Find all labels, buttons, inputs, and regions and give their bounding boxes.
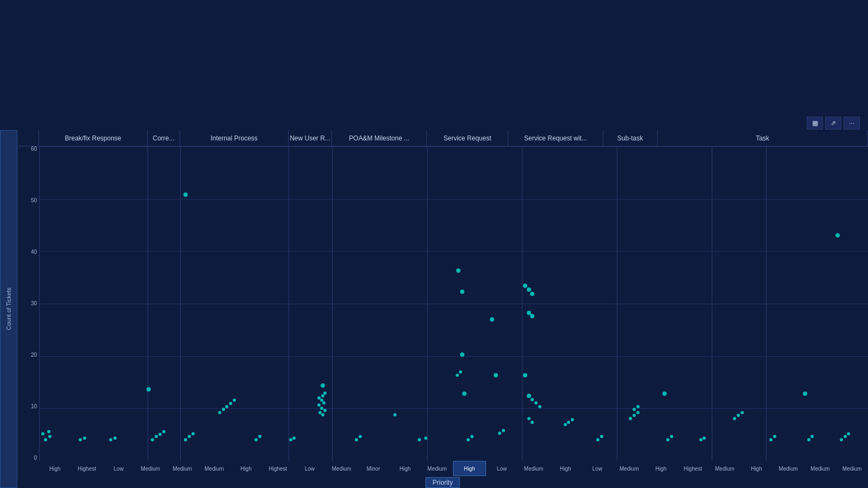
x-label-poam-low: Low (486, 461, 518, 476)
data-dot (847, 432, 850, 435)
v-line-0 (39, 146, 40, 461)
data-dot (289, 438, 292, 441)
x-label-poam-med: Medium (518, 461, 550, 476)
v-line-5 (427, 146, 427, 461)
data-dot (670, 435, 673, 438)
data-dot (470, 435, 474, 438)
data-dot (527, 417, 531, 420)
data-dot (844, 435, 847, 438)
x-label-st-high: High (741, 461, 773, 476)
v-line-9 (766, 146, 767, 461)
data-dot (534, 401, 538, 404)
data-dot (355, 438, 358, 441)
data-dot (803, 391, 807, 396)
data-dot (41, 432, 44, 435)
y-tick-60: 60 (17, 146, 37, 152)
data-dot (810, 435, 814, 438)
x-axis-title: Priority (425, 477, 459, 488)
more-button[interactable]: ··· (844, 117, 860, 130)
y-tick-20: 20 (17, 352, 37, 358)
grid-line-50 (39, 199, 868, 200)
filter-button[interactable]: ▦ (807, 117, 823, 130)
data-dot (44, 438, 47, 441)
grid-line-30 (39, 304, 868, 304)
data-dot (229, 402, 232, 405)
chart-container: Count of Tickets Break/fix Response Corr… (0, 130, 868, 488)
x-label-t-med2: Medium (836, 461, 868, 476)
data-dot (222, 408, 225, 411)
data-dot (733, 417, 736, 420)
col-header-poam: POA&M Milestone ... (332, 130, 427, 146)
y-tick-10: 10 (17, 404, 37, 409)
data-dot (600, 435, 603, 438)
data-dot (258, 435, 261, 438)
data-dot (636, 411, 640, 414)
data-dot (254, 438, 258, 441)
data-dot (498, 432, 501, 435)
v-line-6 (522, 146, 522, 461)
col-header-internal: Internal Process (180, 130, 289, 146)
data-dot (699, 438, 703, 441)
x-label-nu-med: Medium (421, 461, 453, 476)
x-label-ip-low: Low (294, 461, 326, 476)
data-dot (456, 268, 461, 273)
data-dot (79, 438, 82, 441)
data-dot (292, 436, 296, 440)
grid-line-10 (39, 408, 868, 409)
data-dot (424, 436, 427, 440)
y-axis-label[interactable]: Count of Tickets (0, 130, 17, 488)
y-tick-30: 30 (17, 301, 37, 306)
data-dot (317, 403, 321, 407)
data-dot (666, 438, 669, 441)
data-dot (462, 391, 467, 396)
data-dot (460, 352, 464, 357)
v-line-1 (148, 146, 148, 461)
data-dot (633, 414, 636, 417)
data-dot (527, 394, 531, 398)
x-label-poam-high: High (453, 461, 486, 476)
data-dot (146, 387, 151, 391)
data-dot (531, 398, 534, 401)
data-dot (155, 435, 158, 438)
toolbar: ▦ ⇗ ··· (807, 117, 860, 130)
data-dot (188, 435, 191, 438)
data-dot (530, 314, 534, 318)
x-axis-container: High Highest Low Medium Medium Medium Hi… (17, 461, 868, 488)
x-label-bf-low: Low (103, 461, 135, 476)
col-header-newuser: New User R... (289, 130, 332, 146)
data-dot (633, 408, 636, 411)
x-label-bf-highest: Highest (71, 461, 103, 476)
data-dot (530, 292, 534, 296)
data-dot (523, 373, 527, 377)
data-dot (158, 433, 162, 436)
x-label-srw-med: Medium (709, 461, 741, 476)
data-dot (418, 438, 421, 441)
data-dot (494, 373, 498, 377)
data-dot (456, 374, 459, 377)
data-dot (459, 370, 462, 374)
y-tick-0: 0 (17, 455, 37, 461)
x-label-sr-med: Medium (613, 461, 645, 476)
data-dot (47, 430, 50, 433)
grid-line-40 (39, 251, 868, 252)
data-dot (162, 430, 165, 433)
x-label-ip-highest: Highest (262, 461, 294, 476)
y-tick-40: 40 (17, 249, 37, 255)
data-dot (662, 391, 667, 396)
data-dot (322, 401, 326, 404)
data-dot (629, 417, 632, 420)
v-line-2 (180, 146, 181, 461)
data-dot (225, 405, 228, 408)
grid-line-60 (39, 146, 868, 147)
data-dot (393, 413, 397, 416)
expand-button[interactable]: ⇗ (825, 117, 841, 130)
data-dot (323, 409, 327, 412)
v-line-8 (712, 146, 712, 461)
data-dot (151, 438, 154, 441)
plot-area: 60 50 40 30 20 10 0 (17, 146, 868, 461)
x-label-ip-med: Medium (326, 461, 358, 476)
grid-line-20 (39, 356, 868, 357)
x-label-ip-minor: Minor (358, 461, 390, 476)
data-dot (323, 391, 327, 395)
data-dot (596, 438, 599, 441)
